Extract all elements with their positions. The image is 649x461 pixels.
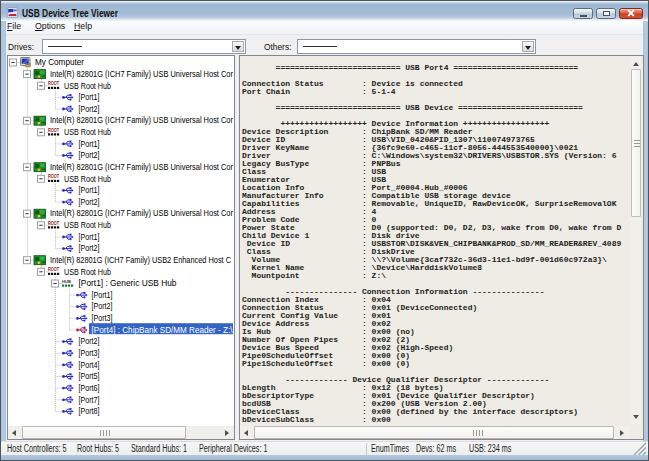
svg-text:Intel(R) 82801G (ICH7 Family): Intel(R) 82801G (ICH7 Family) USB Univer…	[50, 115, 233, 125]
svg-text:[Port4]: [Port4]	[79, 360, 100, 370]
svg-text:[Port2]: [Port2]	[79, 150, 100, 160]
svg-text:USB Root Hub: USB Root Hub	[64, 81, 111, 91]
svg-text:[Port8]: [Port8]	[79, 406, 100, 416]
svg-text:HUB: HUB	[62, 279, 71, 284]
svg-text:Intel(R) 82801G (ICH7 Family): Intel(R) 82801G (ICH7 Family) USB2 Enhan…	[50, 255, 231, 265]
svg-text:[Port7]: [Port7]	[79, 395, 100, 405]
svg-text:[Port1]: [Port1]	[79, 139, 100, 149]
svg-text:[Port1]: [Port1]	[79, 185, 100, 195]
svg-text:[Port2]: [Port2]	[79, 243, 100, 253]
svg-text:ROOT: ROOT	[48, 267, 59, 272]
svg-text:[Port2]: [Port2]	[92, 301, 113, 311]
svg-text:ROOT: ROOT	[48, 128, 59, 133]
svg-text:[Port3]: [Port3]	[92, 313, 113, 323]
svg-text:[Port2]: [Port2]	[79, 336, 100, 346]
svg-text:Intel(R) 82801G (ICH7 Family): Intel(R) 82801G (ICH7 Family) USB Univer…	[50, 69, 233, 79]
svg-text:USB Root Hub: USB Root Hub	[64, 127, 111, 137]
svg-text:[Port1] : Generic USB Hub: [Port1] : Generic USB Hub	[79, 278, 177, 288]
svg-text:[Port6]: [Port6]	[79, 383, 100, 393]
svg-text:[Port1]: [Port1]	[79, 232, 100, 242]
svg-text:USB Root Hub: USB Root Hub	[64, 220, 111, 230]
svg-text:Intel(R) 82801G (ICH7 Family): Intel(R) 82801G (ICH7 Family) USB Univer…	[50, 208, 233, 218]
svg-text:My Computer: My Computer	[35, 57, 84, 67]
svg-text:[Port1]: [Port1]	[79, 92, 100, 102]
svg-text:[Port5]: [Port5]	[79, 371, 100, 381]
svg-text:[Port2]: [Port2]	[79, 104, 100, 114]
svg-text:[Port3]: [Port3]	[79, 348, 100, 358]
svg-text:USB Root Hub: USB Root Hub	[64, 174, 111, 184]
svg-text:[Port4] : ChipBank SD/MM Reade: [Port4] : ChipBank SD/MM Reader - Z:\	[92, 325, 233, 335]
svg-text:ROOT: ROOT	[48, 174, 59, 179]
svg-text:ROOT: ROOT	[48, 221, 59, 226]
svg-text:[Port2]: [Port2]	[79, 197, 100, 207]
svg-text:[Port1]: [Port1]	[92, 290, 113, 300]
svg-text:USB Root Hub: USB Root Hub	[64, 267, 111, 277]
svg-text:ROOT: ROOT	[48, 81, 59, 86]
svg-text:Intel(R) 82801G (ICH7 Family): Intel(R) 82801G (ICH7 Family) USB Univer…	[50, 162, 233, 172]
